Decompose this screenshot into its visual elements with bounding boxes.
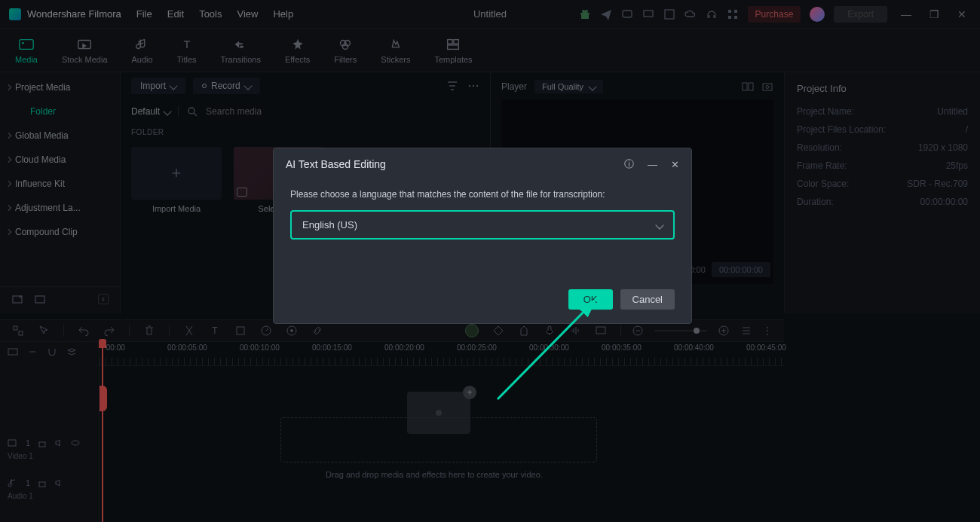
- cancel-button[interactable]: Cancel: [620, 289, 675, 310]
- chevron-down-icon: [655, 221, 663, 229]
- minimize-dialog-button[interactable]: —: [648, 159, 657, 170]
- help-icon[interactable]: ⓘ: [624, 157, 634, 171]
- dialog-title: AI Text Based Editing: [286, 158, 386, 170]
- language-value: English (US): [302, 219, 357, 230]
- ai-text-editing-dialog: AI Text Based Editing ⓘ — ✕ Please choos…: [273, 148, 692, 324]
- dialog-message: Please choose a language that matches th…: [290, 189, 675, 200]
- close-dialog-button[interactable]: ✕: [671, 159, 679, 170]
- ok-button[interactable]: OK: [568, 289, 613, 310]
- language-dropdown[interactable]: English (US): [290, 210, 675, 240]
